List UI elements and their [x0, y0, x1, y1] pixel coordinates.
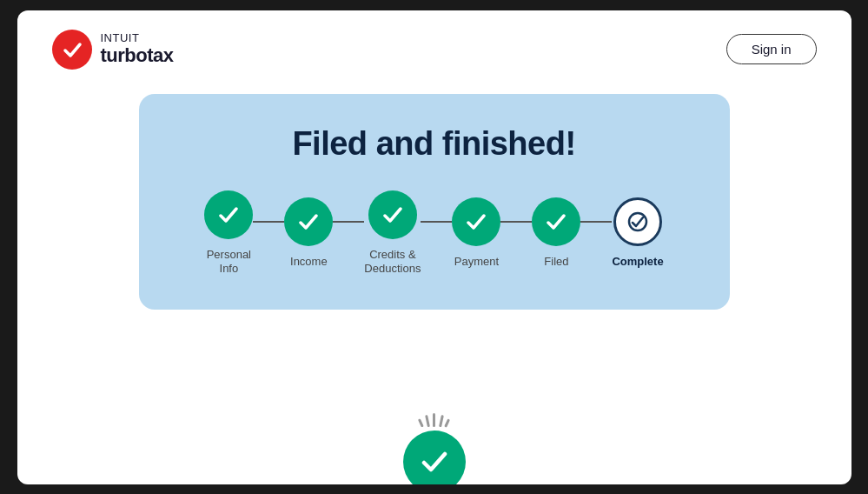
ray-1 [418, 418, 423, 427]
connector-2 [333, 221, 364, 223]
step-credits-deductions: Credits &Deductions [364, 190, 421, 277]
step-income: Income [284, 197, 333, 270]
step-label-complete: Complete [612, 255, 663, 270]
connector-5 [580, 221, 612, 223]
step-label-credits-deductions: Credits &Deductions [364, 248, 421, 277]
step-label-filed: Filed [544, 255, 568, 270]
step-filed: Filed [532, 197, 580, 270]
ray-3 [433, 413, 435, 427]
connector-4 [500, 221, 532, 223]
step-personal-info: PersonalInfo [204, 190, 253, 277]
step-circle-complete [613, 197, 662, 246]
step-circle-credits-deductions [368, 190, 417, 239]
ray-5 [444, 418, 449, 427]
step-circle-payment [452, 197, 500, 246]
svg-point-0 [629, 213, 646, 230]
ray-4 [439, 415, 443, 427]
connector-1 [253, 221, 284, 223]
step-complete: Complete [612, 197, 663, 270]
turbotax-logo-icon [52, 30, 92, 70]
page-title: Filed and finished! [292, 125, 575, 163]
step-label-payment: Payment [454, 255, 499, 270]
intuit-label: INTUIT [101, 32, 174, 44]
step-label-personal-info: PersonalInfo [207, 248, 251, 277]
steps-row: PersonalInfo Income [174, 190, 695, 277]
step-circle-income [284, 197, 333, 246]
step-circle-personal-info [204, 190, 253, 239]
sign-in-button[interactable]: Sign in [726, 34, 817, 64]
rays [421, 410, 447, 427]
app-window: INTUIT turbotax Sign in Filed and finish… [17, 10, 851, 484]
step-label-income: Income [290, 255, 328, 270]
turbotax-label: turbotax [101, 45, 174, 66]
ray-2 [425, 415, 429, 427]
connector-3 [421, 221, 452, 223]
logo-area: INTUIT turbotax [52, 30, 174, 70]
big-check-circle [403, 431, 466, 484]
logo-text: INTUIT turbotax [101, 32, 174, 65]
step-payment: Payment [452, 197, 500, 270]
main-card: Filed and finished! PersonalInfo [139, 94, 730, 310]
header: INTUIT turbotax Sign in [17, 10, 851, 78]
bottom-check-area [403, 410, 466, 484]
step-circle-filed [532, 197, 580, 246]
